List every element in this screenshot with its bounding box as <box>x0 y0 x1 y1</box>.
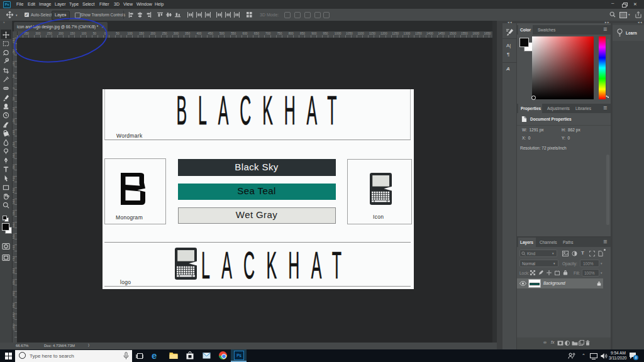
svg-text:BLACKHAT: BLACKHAT <box>177 94 346 126</box>
svg-text:LACKHAT: LACKHAT <box>201 250 350 280</box>
